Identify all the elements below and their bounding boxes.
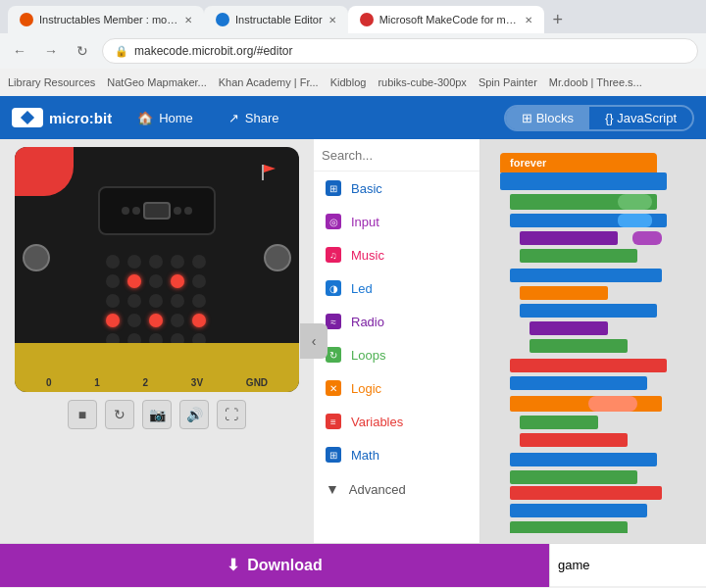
volume-button[interactable]: 🔊 (179, 400, 209, 429)
microbit-red-corner (15, 147, 74, 196)
back-button[interactable]: ← (8, 39, 31, 63)
share-nav-button[interactable]: ↗ Share (219, 107, 289, 129)
bookmark-4[interactable]: rubiks-cube-300px (378, 76, 467, 88)
screen-dot-4 (184, 207, 192, 215)
microbit-screen (98, 186, 216, 235)
screen-dot-2 (132, 207, 140, 215)
led-3-1 (127, 314, 141, 327)
tab-3-close[interactable]: ✕ (525, 15, 532, 25)
home-nav-button[interactable]: 🏠 Home (127, 107, 203, 129)
block-label-variables: Variables (351, 415, 403, 429)
block-dot-radio: ≈ (326, 314, 341, 329)
svg-rect-7 (520, 304, 657, 318)
screen-dot-3 (174, 207, 181, 215)
microbit-display: 0 1 2 3V GND (15, 147, 299, 392)
block-item-music[interactable]: ♫ Music (314, 238, 479, 271)
block-item-loops[interactable]: ↻ Loops (314, 338, 479, 371)
microbit-button-b[interactable] (264, 244, 291, 271)
pin-2: 2 (143, 377, 149, 388)
block-label-radio: Radio (351, 315, 384, 329)
microbit-button-a[interactable] (23, 244, 50, 271)
block-label-math: Math (351, 448, 379, 463)
chevron-down-icon: ▼ (326, 481, 339, 497)
block-item-logic[interactable]: ✕ Logic (314, 371, 479, 405)
svg-rect-22 (618, 194, 652, 210)
block-item-led[interactable]: ◑ Led (314, 271, 479, 305)
tab-2-icon (216, 13, 229, 26)
pin-labels: 0 1 2 3V GND (15, 373, 299, 392)
led-3-4 (192, 314, 206, 327)
led-0-2 (149, 255, 163, 269)
new-tab-button[interactable]: + (544, 6, 572, 33)
bookmark-2[interactable]: Khan Academy | Fr... (219, 76, 319, 88)
led-1-4 (192, 274, 206, 288)
pin-gnd: GND (246, 377, 268, 388)
block-dot-logic: ✕ (326, 380, 341, 396)
bookmarks-bar: Library Resources NatGeo Mapmaker... Kha… (0, 69, 706, 96)
led-3-2 (149, 314, 163, 327)
bottom-bar: ⬇ Download ↵ (0, 543, 706, 586)
tab-2-close[interactable]: ✕ (328, 15, 336, 25)
bookmark-1[interactable]: NatGeo Mapmaker... (107, 76, 207, 88)
svg-rect-16 (510, 470, 637, 484)
restart-button[interactable]: ↻ (105, 400, 134, 429)
forward-button[interactable]: → (39, 39, 63, 63)
bookmark-0[interactable]: Library Resources (8, 76, 95, 88)
fullscreen-button[interactable]: ⛶ (217, 400, 246, 429)
collapse-panel-button[interactable]: ‹ (300, 323, 328, 359)
screenshot-button[interactable]: 📷 (142, 400, 172, 429)
led-2-4 (192, 294, 206, 308)
svg-rect-4 (520, 249, 637, 263)
logo-icon (12, 108, 43, 127)
svg-rect-11 (510, 376, 647, 390)
svg-rect-23 (618, 214, 652, 227)
browser-chrome: Instructables Member : moham... ✕ Instru… (0, 0, 706, 96)
home-label: Home (159, 111, 193, 125)
bookmark-5[interactable]: Spin Painter (479, 76, 537, 88)
block-item-input[interactable]: ◎ Input (314, 205, 479, 238)
block-dot-led: ◑ (326, 280, 341, 296)
bookmark-3[interactable]: Kidblog (330, 76, 367, 88)
url-box[interactable]: 🔒 makecode.microbit.org/#editor (102, 38, 698, 64)
stop-button[interactable]: ■ (68, 400, 97, 429)
pin-0: 0 (46, 377, 52, 388)
led-3-0 (106, 314, 120, 327)
download-button[interactable]: ⬇ Download (0, 544, 549, 587)
blocks-area (490, 172, 701, 533)
blocks-icon: ⊞ (522, 111, 532, 125)
reload-button[interactable]: ↻ (71, 39, 94, 63)
blocks-toggle[interactable]: ⊞ Blocks (506, 107, 589, 129)
led-3-3 (171, 314, 184, 327)
block-label-logic: Logic (351, 381, 381, 396)
javascript-toggle[interactable]: {} JavaScript (589, 107, 692, 129)
tab-2[interactable]: Instructable Editor ✕ (204, 6, 348, 33)
svg-rect-6 (520, 286, 608, 300)
block-dot-variables: ≡ (326, 414, 341, 429)
tab-3[interactable]: Microsoft MakeCode for micro b... ✕ (348, 6, 544, 33)
search-bottom-input[interactable] (558, 558, 706, 572)
tab-1-close[interactable]: ✕ (184, 15, 192, 25)
svg-rect-12 (510, 396, 662, 412)
svg-rect-13 (520, 416, 598, 429)
block-label-basic: Basic (351, 181, 382, 196)
tab-1[interactable]: Instructables Member : moham... ✕ (8, 6, 204, 33)
pin-3v: 3V (191, 377, 203, 388)
editor-toggle-group: ⊞ Blocks {} JavaScript (504, 105, 694, 131)
block-item-basic[interactable]: ⊞ Basic (314, 172, 479, 205)
download-icon: ⬇ (227, 556, 239, 574)
led-0-0 (106, 255, 120, 269)
block-item-variables[interactable]: ≡ Variables (314, 405, 479, 438)
search-input[interactable] (322, 148, 480, 163)
block-label-music: Music (351, 248, 384, 263)
block-label-advanced: Advanced (349, 482, 406, 497)
svg-rect-3 (520, 231, 618, 245)
bookmark-6[interactable]: Mr.doob | Three.s... (549, 76, 642, 88)
block-dot-loops: ↻ (326, 347, 341, 363)
block-items-container: ⊞ Basic ◎ Input ♫ Music ◑ Led ≈ Radio ↻ … (314, 172, 479, 507)
pin-1: 1 (94, 377, 100, 388)
block-item-advanced[interactable]: ▼ Advanced (314, 471, 479, 507)
microbit-logo: micro:bit (12, 108, 112, 127)
block-item-math[interactable]: ⊞ Math (314, 438, 479, 471)
block-item-radio[interactable]: ≈ Radio (314, 305, 479, 338)
forever-block[interactable]: forever (500, 153, 657, 172)
